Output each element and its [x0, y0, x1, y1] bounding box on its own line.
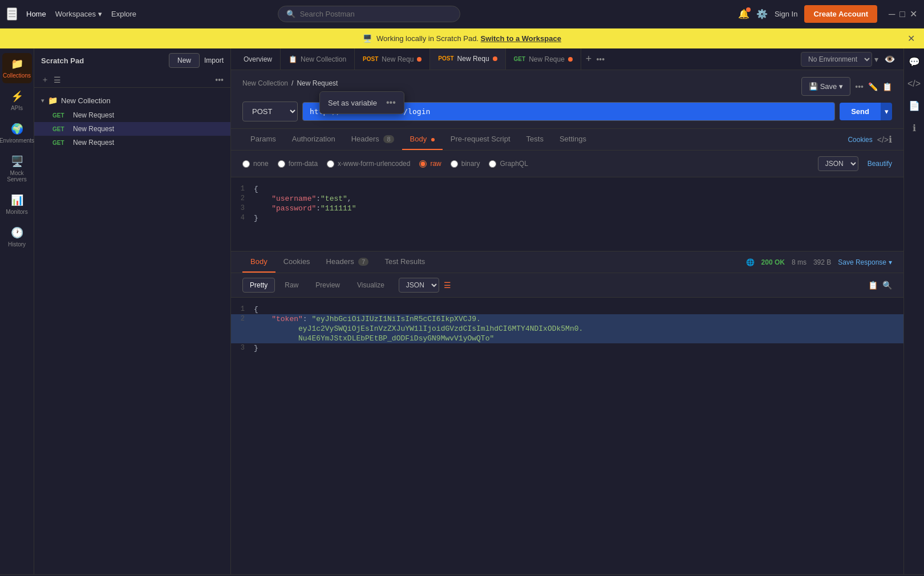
tab-post-request-2[interactable]: POST New Requ [430, 48, 505, 70]
search-bar[interactable]: 🔍 [278, 6, 460, 22]
beautify-button[interactable]: Beautify [868, 160, 892, 168]
request-item-2[interactable]: GET New Request [34, 122, 230, 136]
save-button[interactable]: 💾 Save ▾ [801, 77, 851, 96]
more-options-button[interactable]: ••• [215, 75, 224, 84]
req-tab-body[interactable]: Body [402, 129, 443, 150]
body-option-raw[interactable]: raw [419, 160, 441, 168]
sidebar-item-environments[interactable]: 🌍 Environments [2, 118, 32, 148]
resp-tab-test-results[interactable]: Test Results [376, 252, 433, 273]
sidebar-item-collections[interactable]: 📁 Collections [2, 53, 32, 83]
tab-overview[interactable]: Overview [236, 48, 281, 70]
request-code-editor[interactable]: 1 { 2 "username":"test", 3 "password":"1… [231, 177, 903, 252]
close-button[interactable]: ✕ [910, 9, 917, 19]
search-response-button[interactable]: 🔍 [882, 281, 892, 290]
format-tab-visualize[interactable]: Visualize [350, 278, 392, 293]
breadcrumb-request: New Request [297, 79, 338, 87]
code-snippet-button[interactable]: </> [904, 75, 924, 92]
switch-workspace-link[interactable]: Switch to a Workspace [481, 34, 561, 43]
env-more-button[interactable]: ▾ [874, 55, 878, 64]
tab-new-collection[interactable]: 📋 New Collection [281, 48, 355, 70]
sidebar-item-mock-servers[interactable]: 🖥️ Mock Servers [2, 151, 32, 187]
wrap-lines-button[interactable]: ☰ [444, 281, 451, 290]
body-option-form-data[interactable]: form-data [278, 160, 318, 168]
menu-icon[interactable]: ☰ [7, 7, 17, 21]
format-tab-pretty[interactable]: Pretty [242, 278, 275, 293]
request-item-3[interactable]: GET New Request [34, 136, 230, 149]
body-option-graphql[interactable]: GraphQL [489, 160, 528, 168]
req-tab-params[interactable]: Params [242, 129, 284, 150]
env-icon-button[interactable]: 👁️ [881, 50, 899, 68]
code-view-button[interactable]: </> [877, 135, 889, 144]
tab-post-request-1[interactable]: POST New Requ [355, 48, 430, 70]
resp-code-line-1: 1 { [231, 305, 903, 314]
collection-header[interactable]: ▾ 📁 New Collection [34, 92, 230, 108]
save-response-button[interactable]: Save Response ▾ [838, 258, 892, 266]
banner-text: Working locally in Scratch Pad. Switch t… [376, 34, 561, 43]
filter-button[interactable]: ☰ [54, 75, 61, 84]
req-tab-headers[interactable]: Headers 8 [343, 129, 402, 150]
resp-tab-headers[interactable]: Headers 7 [318, 252, 377, 273]
send-dropdown-button[interactable]: ▾ [881, 103, 892, 120]
new-button[interactable]: New [169, 53, 200, 68]
explore-nav[interactable]: Explore [111, 10, 136, 18]
response-status: 🌐 200 OK 8 ms 392 B Save Response ▾ [746, 258, 892, 266]
body-option-urlencoded[interactable]: x-www-form-urlencoded [327, 160, 410, 168]
sidebar-item-apis[interactable]: ⚡ APIs [2, 86, 32, 116]
search-input[interactable] [300, 10, 452, 18]
signin-button[interactable]: Sign In [775, 10, 797, 18]
request-item-1[interactable]: GET New Request [34, 108, 230, 122]
edit-icon[interactable]: ✏️ [868, 82, 878, 91]
method-select[interactable]: POST GET PUT PATCH DELETE [242, 102, 298, 121]
req-tab-pre-request[interactable]: Pre-request Script [443, 129, 518, 150]
request-name-1: New Request [73, 111, 114, 119]
req-tab-settings[interactable]: Settings [552, 129, 594, 150]
resp-tab-body[interactable]: Body [242, 252, 275, 273]
set-as-variable-button[interactable]: Set as variable [328, 99, 377, 107]
environment-dropdown[interactable]: No Environment [801, 52, 872, 67]
add-collection-button[interactable]: ＋ [41, 75, 49, 85]
format-tab-preview[interactable]: Preview [308, 278, 347, 293]
chevron-down-icon: ▾ [41, 97, 44, 104]
response-format-select[interactable]: JSON [399, 278, 439, 293]
import-button[interactable]: Import [204, 56, 224, 64]
cookies-link[interactable]: Cookies [848, 136, 872, 144]
resp-code-line-3: 3 } [231, 343, 903, 353]
format-tab-raw[interactable]: Raw [277, 278, 306, 293]
comments-button[interactable]: 💬 [905, 53, 923, 71]
banner-close-button[interactable]: ✕ [907, 33, 915, 44]
body-option-none[interactable]: none [242, 160, 269, 168]
copy-response-button[interactable]: 📋 [868, 281, 878, 290]
info-right-button[interactable]: ℹ [909, 119, 919, 137]
sidebar-item-monitors[interactable]: 📊 Monitors [2, 189, 32, 220]
popup-more-button[interactable]: ••• [386, 98, 396, 108]
more-tabs-button[interactable]: ••• [596, 55, 605, 64]
right-panel-button[interactable]: 📄 [905, 97, 923, 115]
notification-icon[interactable]: 🔔 [738, 9, 749, 19]
environments-label: Environments [0, 137, 34, 144]
save-icon: 💾 [809, 82, 818, 91]
send-button[interactable]: Send [840, 103, 881, 120]
sidebar-item-history[interactable]: 🕐 History [2, 222, 32, 252]
minimize-button[interactable]: ─ [889, 9, 895, 19]
response-code-editor[interactable]: 1 { 2 "token": "eyJhbGciOiJIUzI1NiIsInR5… [231, 298, 903, 574]
request-more-button[interactable]: ••• [855, 82, 864, 91]
breadcrumb-collection[interactable]: New Collection [242, 79, 288, 87]
add-tab-button[interactable]: + [581, 53, 597, 65]
body-option-binary[interactable]: binary [451, 160, 480, 168]
copy-icon[interactable]: 📋 [882, 82, 892, 91]
info-button[interactable]: ℹ [889, 134, 892, 145]
workspaces-nav[interactable]: Workspaces ▾ [55, 10, 102, 18]
req-tab-tests[interactable]: Tests [518, 129, 552, 150]
resp-tab-cookies[interactable]: Cookies [275, 252, 318, 273]
maximize-button[interactable]: □ [899, 9, 905, 19]
resp-code-line-2c: 2 Nu4E6YmJStxDLEbPEtBP_dODFiDsyGN9MwvV1y… [231, 334, 903, 343]
home-nav[interactable]: Home [26, 10, 46, 18]
create-account-button[interactable]: Create Account [804, 5, 877, 23]
monitors-icon: 📊 [11, 194, 23, 206]
req-tab-authorization[interactable]: Authorization [284, 129, 343, 150]
main-area: Overview 📋 New Collection POST New Requ … [231, 48, 903, 574]
post-method-badge-1: POST [363, 56, 378, 62]
settings-icon[interactable]: ⚙️ [756, 9, 768, 19]
tab-get-request[interactable]: GET New Reque [506, 48, 581, 70]
json-format-select[interactable]: JSON [818, 156, 858, 171]
